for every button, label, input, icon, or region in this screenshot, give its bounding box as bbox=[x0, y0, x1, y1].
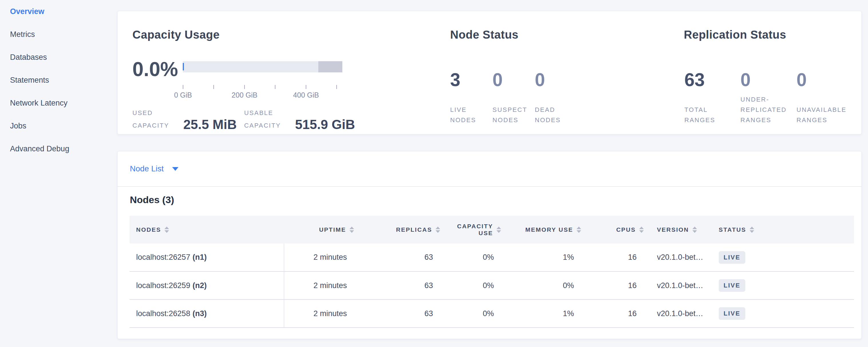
cpus-cell: 16 bbox=[581, 299, 644, 327]
sidebar-item-metrics[interactable]: Metrics bbox=[10, 23, 107, 46]
node-id: (n1) bbox=[192, 253, 207, 261]
replicas-cell: 63 bbox=[354, 299, 440, 327]
sidebar-item-advanced-debug[interactable]: Advanced Debug bbox=[10, 137, 107, 160]
version-cell: v20.1.0-bet… bbox=[644, 299, 712, 327]
used-capacity-stat: USED CAPACITY 25.5 MiB bbox=[132, 107, 237, 132]
node-list-card: Node List Nodes (3) NODES UPTIME bbox=[117, 151, 862, 339]
used-capacity-label: USED CAPACITY bbox=[132, 107, 183, 132]
cockroachdb-overview-page: Overview Metrics Databases Statements Ne… bbox=[0, 0, 868, 347]
sidebar-nav: Overview Metrics Databases Statements Ne… bbox=[10, 0, 107, 160]
nodes-section-title: Nodes (3) bbox=[130, 194, 174, 206]
capacity-gauge-chart: 0 GiB 200 GiB 400 GiB bbox=[183, 61, 342, 104]
node-address: localhost:26258 bbox=[136, 309, 190, 318]
column-header-version[interactable]: VERSION bbox=[644, 216, 712, 244]
node-status-stats: 3 LIVE NODES 0 SUSPECT NODES 0 DEAD NODE… bbox=[450, 60, 577, 125]
memory-use-cell: 1% bbox=[501, 299, 581, 327]
sort-icon bbox=[436, 227, 440, 233]
total-ranges-stat: 63 TOTAL RANGES bbox=[684, 60, 740, 125]
uptime-cell: 2 minutes bbox=[284, 244, 354, 272]
column-header-label: MEMORY USE bbox=[525, 226, 573, 233]
column-header-memory-use[interactable]: MEMORY USE bbox=[501, 216, 581, 244]
stat-label-line: LIVE bbox=[450, 105, 476, 115]
sidebar-item-databases[interactable]: Databases bbox=[10, 46, 107, 69]
gauge-dark-segment bbox=[318, 61, 342, 72]
replicas-cell: 63 bbox=[354, 244, 440, 272]
dead-nodes-value: 0 bbox=[535, 71, 545, 89]
gauge-tick bbox=[183, 85, 183, 89]
sidebar-item-overview[interactable]: Overview bbox=[10, 0, 107, 23]
unavailable-ranges-stat: 0 UNAVAILABLE RANGES bbox=[797, 60, 852, 125]
version-cell: v20.1.0-bet… bbox=[644, 272, 712, 299]
gauge-tick bbox=[213, 85, 214, 89]
column-header-uptime[interactable]: UPTIME bbox=[284, 216, 354, 244]
replication-status-title: Replication Status bbox=[684, 28, 786, 41]
stat-label-line: RANGES bbox=[740, 115, 787, 125]
live-nodes-label: LIVE NODES bbox=[450, 105, 476, 125]
suspect-nodes-value: 0 bbox=[493, 71, 503, 89]
dead-nodes-stat: 0 DEAD NODES bbox=[535, 60, 577, 125]
usable-capacity-label-line: CAPACITY bbox=[244, 119, 295, 132]
stat-label-line: NODES bbox=[535, 115, 561, 125]
column-header-replicas[interactable]: REPLICAS bbox=[354, 216, 440, 244]
column-header-cpus[interactable]: CPUS bbox=[581, 216, 644, 244]
capacity-use-cell: 0% bbox=[440, 272, 501, 299]
column-header-label: CAPACITY USE bbox=[456, 223, 493, 236]
column-header-capacity-use[interactable]: CAPACITY USE bbox=[440, 216, 501, 244]
node-address-cell[interactable]: localhost:26258(n3) bbox=[129, 299, 284, 327]
unavailable-ranges-label: UNAVAILABLE RANGES bbox=[797, 105, 846, 125]
cpus-cell: 16 bbox=[581, 272, 644, 299]
column-header-nodes[interactable]: NODES bbox=[129, 216, 284, 244]
gauge-tick bbox=[336, 85, 337, 89]
status-badge: LIVE bbox=[719, 251, 745, 264]
node-list-dropdown-label: Node List bbox=[130, 164, 163, 174]
sidebar-item-jobs[interactable]: Jobs bbox=[10, 115, 107, 137]
node-status-title: Node Status bbox=[450, 28, 519, 41]
column-header-label: CPUS bbox=[616, 226, 636, 233]
gauge-axis-label: 400 GiB bbox=[283, 91, 329, 99]
usable-capacity-label: USABLE CAPACITY bbox=[244, 107, 295, 132]
live-nodes-value: 3 bbox=[450, 71, 461, 89]
node-list-dropdown[interactable]: Node List bbox=[118, 151, 861, 187]
usable-capacity-value: 515.9 GiB bbox=[295, 117, 355, 132]
suspect-nodes-stat: 0 SUSPECT NODES bbox=[493, 60, 535, 125]
cluster-summary-card: Capacity Usage 0.0% 0 GiB 200 GiB 400 Gi… bbox=[117, 11, 862, 134]
status-badge: LIVE bbox=[719, 307, 745, 320]
gauge-tick bbox=[275, 85, 275, 89]
usable-capacity-label-line: USABLE bbox=[244, 107, 295, 119]
node-address: localhost:26257 bbox=[136, 253, 190, 261]
sort-icon bbox=[750, 227, 754, 233]
stat-label-line: DEAD bbox=[535, 105, 561, 115]
usable-capacity-stat: USABLE CAPACITY 515.9 GiB bbox=[244, 107, 355, 132]
table-row: localhost:26257(n1) 2 minutes 63 0% 1% 1… bbox=[129, 244, 854, 272]
sort-icon bbox=[164, 227, 169, 233]
table-row: localhost:26259(n2) 2 minutes 63 0% 0% 1… bbox=[129, 272, 854, 299]
sidebar-item-statements[interactable]: Statements bbox=[10, 69, 107, 92]
stat-label-line: SUSPECT bbox=[493, 105, 527, 115]
gauge-tick bbox=[306, 85, 306, 89]
uptime-cell: 2 minutes bbox=[284, 299, 354, 327]
status-cell: LIVE bbox=[712, 299, 854, 327]
gauge-tick bbox=[244, 85, 245, 89]
under-replicated-ranges-value: 0 bbox=[740, 71, 751, 89]
column-header-label: UPTIME bbox=[319, 226, 346, 233]
used-capacity-label-line: USED bbox=[132, 107, 183, 119]
gauge-used-marker bbox=[183, 63, 184, 70]
used-capacity-label-line: CAPACITY bbox=[132, 119, 183, 132]
sidebar-item-network-latency[interactable]: Network Latency bbox=[10, 92, 107, 115]
under-replicated-ranges-label: UNDER- REPLICATED RANGES bbox=[740, 94, 787, 125]
total-ranges-label: TOTAL RANGES bbox=[684, 105, 715, 125]
node-address-cell[interactable]: localhost:26257(n1) bbox=[129, 244, 284, 272]
stat-label-line: RANGES bbox=[797, 115, 846, 125]
gauge-axis-label: 0 GiB bbox=[160, 91, 206, 99]
total-ranges-value: 63 bbox=[684, 71, 705, 89]
replicas-cell: 63 bbox=[354, 272, 440, 299]
stat-label-line: TOTAL bbox=[684, 105, 715, 115]
column-header-label: STATUS bbox=[719, 226, 746, 233]
column-header-label: NODES bbox=[136, 226, 161, 233]
capacity-use-cell: 0% bbox=[440, 299, 501, 327]
column-header-status[interactable]: STATUS bbox=[712, 216, 854, 244]
node-id: (n2) bbox=[192, 281, 207, 290]
version-cell: v20.1.0-bet… bbox=[644, 244, 712, 272]
node-address-cell[interactable]: localhost:26259(n2) bbox=[129, 272, 284, 299]
stat-label-line: UNAVAILABLE bbox=[797, 105, 846, 115]
